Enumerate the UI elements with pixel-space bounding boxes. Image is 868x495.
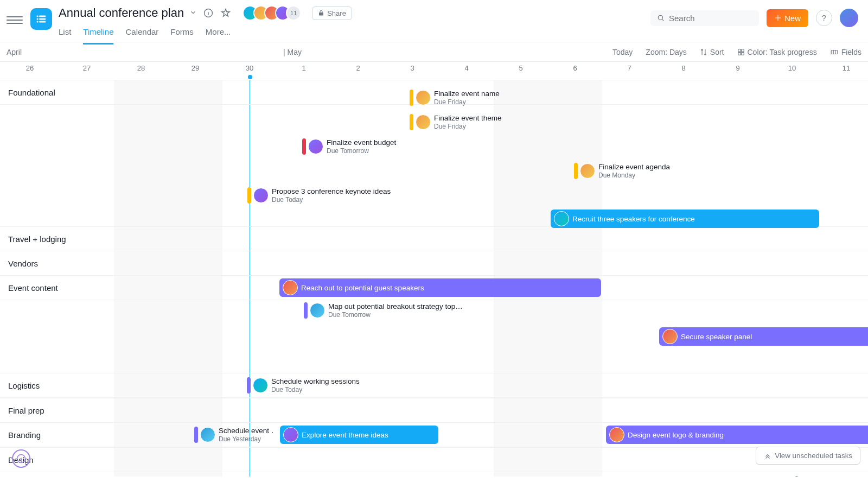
- svg-rect-5: [39, 21, 46, 23]
- section-header-vendors[interactable]: Vendors: [0, 251, 868, 276]
- assignee-avatar[interactable]: [416, 115, 431, 130]
- assignee-avatar[interactable]: [283, 280, 298, 295]
- current-user-avatar[interactable]: [840, 9, 858, 27]
- today-marker-icon: [248, 75, 252, 79]
- assignee-avatar[interactable]: [310, 303, 325, 318]
- project-icon[interactable]: [30, 8, 52, 30]
- assignee-avatar[interactable]: [283, 427, 298, 442]
- assignee-avatar[interactable]: [662, 329, 678, 344]
- plus-icon: [774, 14, 782, 22]
- task-map-breakout[interactable]: Map out potential breakout strategy top……: [304, 301, 463, 320]
- timeline-body: Foundational Finalize event nameDue Frid…: [0, 80, 868, 477]
- assignee-avatar[interactable]: [253, 188, 269, 203]
- task-name-label: Propose 3 conference keynote ideas: [272, 187, 391, 196]
- task-due-label: Due Tomorrow: [328, 311, 463, 319]
- date-cell-7: 3: [385, 62, 439, 80]
- svg-rect-8: [738, 49, 741, 52]
- svg-rect-11: [741, 52, 744, 55]
- task-schedule-working-sessions[interactable]: Schedule working sessionsDue Today: [247, 376, 360, 395]
- search-box[interactable]: [650, 10, 759, 26]
- avatar-overflow-count[interactable]: 11: [286, 5, 301, 21]
- view-unscheduled-button[interactable]: View unscheduled tasks: [756, 447, 860, 465]
- status-chip: [410, 114, 413, 130]
- task-finalize-event-budget[interactable]: Finalize event budgetDue Tomorrow: [302, 137, 396, 156]
- task-reach-out-speakers[interactable]: Reach out to potential guest speakers: [279, 278, 601, 297]
- tab-timeline[interactable]: Timeline: [83, 24, 113, 45]
- task-send-save-the-date[interactable]: Send save the da: [795, 475, 868, 477]
- tab-more[interactable]: More...: [206, 24, 231, 45]
- color-control[interactable]: Color: Task progress: [737, 48, 817, 56]
- fields-control[interactable]: Fields: [830, 48, 861, 56]
- help-button[interactable]: ?: [816, 10, 832, 26]
- task-name-label: Schedule event …: [219, 427, 273, 435]
- task-finalize-event-agenda[interactable]: Finalize event agendaDue Monday: [574, 162, 670, 180]
- assignee-avatar[interactable]: [253, 378, 268, 393]
- section-header[interactable]: Promotion: [0, 472, 868, 477]
- tab-list[interactable]: List: [59, 24, 71, 45]
- new-label: New: [784, 14, 801, 23]
- task-due-label: Due Friday: [434, 123, 502, 130]
- date-cell-5: 1: [277, 62, 331, 80]
- task-explore-theme-ideas[interactable]: Explore event theme ideas: [280, 426, 438, 444]
- task-name-label: Reach out to potential guest speakers: [301, 284, 424, 292]
- share-button[interactable]: Share: [312, 7, 352, 20]
- date-strip: 26 27 28 29 30 1 2 3 4 5 6 7 8 9 10 11: [0, 62, 868, 80]
- project-title[interactable]: Annual conference plan: [59, 6, 184, 20]
- task-due-label: Due Tomorrow: [327, 147, 396, 155]
- star-icon[interactable]: [220, 7, 232, 19]
- task-name-label: Schedule working sessions: [271, 377, 360, 386]
- task-finalize-event-theme[interactable]: Finalize event themeDue Friday: [410, 113, 502, 131]
- assignee-avatar[interactable]: [609, 427, 624, 442]
- project-menu-chevron-icon[interactable]: [189, 9, 197, 18]
- task-due-label: Due Yesterday: [219, 435, 273, 443]
- search-icon: [657, 14, 665, 22]
- info-icon[interactable]: [202, 7, 214, 19]
- task-due-label: Due Today: [272, 196, 391, 204]
- status-chip: [304, 302, 308, 319]
- hamburger-menu[interactable]: [7, 12, 23, 28]
- tab-calendar[interactable]: Calendar: [125, 24, 158, 45]
- sort-icon: [700, 48, 707, 56]
- date-cell-11: 7: [602, 62, 656, 80]
- task-name-label: Recruit three speakers for conference: [572, 215, 695, 223]
- date-cell-2: 28: [114, 62, 168, 80]
- timeline-toolbar: April | May Today Zoom: Days Sort Color:…: [0, 42, 868, 62]
- status-chip: [247, 377, 251, 394]
- hint-badge[interactable]: [12, 449, 30, 468]
- task-recruit-speakers[interactable]: Recruit three speakers for conference: [551, 210, 819, 228]
- task-name-label: Map out potential breakout strategy top…: [328, 302, 463, 311]
- list-icon: [35, 13, 47, 25]
- date-cell-8: 4: [439, 62, 494, 80]
- status-chip: [574, 163, 578, 179]
- assignee-avatar[interactable]: [308, 139, 323, 154]
- assignee-avatar[interactable]: [580, 163, 595, 179]
- section-header-final-prep[interactable]: Final prep: [0, 398, 868, 423]
- assignee-avatar[interactable]: [416, 90, 431, 105]
- month-label-april: April: [7, 48, 22, 56]
- task-name-label: Design event logo & branding: [628, 431, 724, 439]
- assignee-avatar[interactable]: [554, 211, 569, 226]
- svg-rect-10: [738, 52, 741, 55]
- search-input[interactable]: [669, 14, 752, 23]
- date-cell-12: 8: [656, 62, 711, 80]
- section-header[interactable]: Logistics: [0, 373, 868, 398]
- assignee-avatar[interactable]: [200, 427, 215, 442]
- zoom-control[interactable]: Zoom: Days: [646, 48, 686, 56]
- tab-forms[interactable]: Forms: [170, 24, 194, 45]
- section-logistics: Logistics Schedule working sessionsDue T…: [0, 373, 868, 398]
- fields-icon: [830, 48, 839, 56]
- section-header-design[interactable]: Design: [0, 448, 868, 472]
- task-secure-speaker-panel[interactable]: Secure speaker panel: [659, 327, 868, 346]
- section-header-travel[interactable]: Travel + lodging: [0, 227, 868, 251]
- task-keynote-ideas[interactable]: Propose 3 conference keynote ideasDue To…: [247, 186, 391, 205]
- task-finalize-event-name[interactable]: Finalize event nameDue Friday: [410, 88, 500, 107]
- section-branding: Branding Schedule event …Due Yesterday E…: [0, 423, 868, 448]
- new-button[interactable]: New: [767, 9, 808, 27]
- task-design-logo-branding[interactable]: Design event logo & branding: [606, 426, 868, 444]
- share-label: Share: [327, 9, 346, 17]
- svg-rect-2: [37, 18, 39, 20]
- today-button[interactable]: Today: [612, 48, 633, 56]
- sort-control[interactable]: Sort: [700, 48, 724, 56]
- task-schedule-event[interactable]: Schedule event …Due Yesterday: [194, 426, 273, 444]
- collaborator-avatars[interactable]: 11: [242, 5, 301, 21]
